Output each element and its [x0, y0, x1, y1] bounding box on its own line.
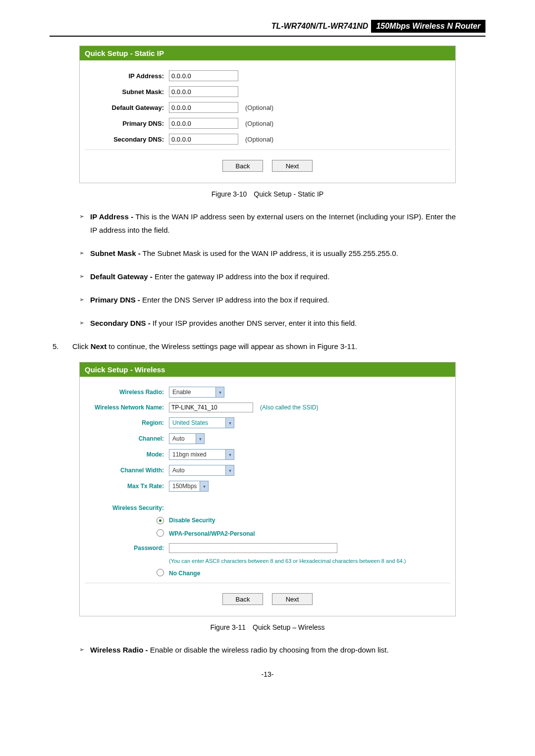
field-label: Region: [85, 419, 169, 426]
bullet-item: ➢Primary DNS - Enter the DNS Server IP a… [79, 293, 456, 306]
wireless-panel: Quick Setup - Wireless Wireless Radio: E… [79, 362, 456, 616]
field-row: Default Gateway: (Optional) [85, 102, 450, 113]
field-label: Primary DNS: [85, 120, 169, 127]
chevron-right-icon: ➢ [79, 293, 90, 306]
bullet-text: Primary DNS - Enter the DNS Server IP ad… [90, 293, 456, 306]
panel-separator [85, 583, 450, 583]
radio-wpa[interactable] [157, 529, 164, 537]
primary-dns-input[interactable] [169, 118, 238, 129]
chevron-down-icon: ▾ [225, 450, 234, 459]
next-button[interactable]: Next [272, 160, 313, 172]
figure-caption: Figure 3-10 Quick Setup - Static IP [50, 190, 485, 198]
field-row: Wireless Radio: Enable▾ [85, 387, 450, 398]
subnet-mask-input[interactable] [169, 86, 238, 97]
field-row: Mode: 11bgn mixed▾ [85, 449, 450, 460]
field-note: (Optional) [245, 120, 273, 127]
mode-select[interactable]: 11bgn mixed▾ [169, 449, 234, 460]
field-row: IP Address: [85, 70, 450, 81]
static-ip-panel: Quick Setup - Static IP IP Address: Subn… [79, 46, 456, 183]
field-row: Password: [85, 543, 450, 553]
field-label: Wireless Security: [85, 504, 169, 511]
security-option: Disable Security [85, 516, 450, 524]
bullet-item: ➢Wireless Radio - Enable or disable the … [79, 643, 456, 656]
default-gateway-input[interactable] [169, 102, 238, 113]
security-option: WPA-Personal/WPA2-Personal [85, 529, 450, 538]
field-label: Subnet Mask: [85, 88, 169, 96]
bullet-list: ➢Wireless Radio - Enable or disable the … [50, 643, 485, 656]
field-row: Channel: Auto▾ [85, 433, 450, 444]
bullet-item: ➢Secondary DNS - If your ISP provides an… [79, 316, 456, 330]
panel-title: Quick Setup - Wireless [80, 362, 455, 377]
region-select[interactable]: United States▾ [169, 417, 234, 428]
header-rule [50, 36, 485, 37]
back-button[interactable]: Back [222, 160, 263, 172]
chevron-right-icon: ➢ [79, 643, 90, 656]
field-label: Secondary DNS: [85, 136, 169, 143]
field-row: Channel Width: Auto▾ [85, 465, 450, 476]
chevron-down-icon: ▾ [215, 387, 224, 397]
channel-width-select[interactable]: Auto▾ [169, 465, 234, 476]
field-label: Channel Width: [85, 467, 169, 474]
bullet-item: ➢Default Gateway - Enter the gateway IP … [79, 270, 456, 283]
chevron-right-icon: ➢ [79, 316, 90, 330]
chevron-down-icon: ▾ [200, 481, 208, 491]
field-label: Mode: [85, 451, 169, 458]
ssid-input[interactable] [169, 403, 253, 412]
panel-separator [85, 150, 450, 150]
password-input[interactable] [169, 543, 337, 553]
field-row: Max Tx Rate: 150Mbps▾ [85, 481, 450, 492]
page-header: TL-WR740N/TL-WR741ND 150Mbps Wireless N … [50, 20, 485, 33]
next-button[interactable]: Next [272, 593, 313, 605]
bullet-list: ➢IP Address - This is the WAN IP address… [50, 210, 485, 330]
option-label: WPA-Personal/WPA2-Personal [169, 530, 255, 537]
field-row: Region: United States▾ [85, 417, 450, 428]
chevron-down-icon: ▾ [225, 465, 234, 475]
bullet-text: IP Address - This is the WAN IP address … [90, 210, 456, 237]
security-option: No Change [85, 569, 450, 578]
chevron-right-icon: ➢ [79, 270, 90, 283]
panel-body: Wireless Radio: Enable▾ Wireless Network… [80, 377, 455, 616]
bullet-text: Subnet Mask - The Subnet Mask is used fo… [90, 247, 456, 260]
radio-no-change[interactable] [157, 569, 164, 576]
max-tx-select[interactable]: 150Mbps▾ [169, 481, 209, 492]
option-label: No Change [169, 570, 200, 577]
button-row: Back Next [85, 587, 450, 613]
bullet-text: Wireless Radio - Enable or disable the w… [90, 643, 456, 656]
model-label: TL-WR740N/TL-WR741ND [50, 22, 371, 31]
field-label: Max Tx Rate: [85, 483, 169, 490]
option-label: Disable Security [169, 517, 215, 524]
field-note: (Also called the SSID) [260, 404, 318, 411]
ip-address-input[interactable] [169, 70, 238, 81]
field-label: Password: [85, 545, 169, 552]
wireless-radio-select[interactable]: Enable▾ [169, 387, 224, 398]
bullet-text: Default Gateway - Enter the gateway IP a… [90, 270, 456, 283]
chevron-right-icon: ➢ [79, 210, 90, 237]
security-heading: Wireless Security: [85, 504, 450, 511]
product-label: 150Mbps Wireless N Router [371, 20, 485, 33]
step-number: 5. [50, 340, 72, 353]
step-text: Click Next to continue, the Wireless set… [72, 340, 485, 353]
radio-disable-security[interactable] [157, 517, 164, 524]
field-row: Secondary DNS: (Optional) [85, 134, 450, 145]
bullet-item: ➢IP Address - This is the WAN IP address… [79, 210, 456, 237]
panel-title: Quick Setup - Static IP [80, 46, 455, 60]
back-button[interactable]: Back [222, 593, 263, 605]
field-row: Primary DNS: (Optional) [85, 118, 450, 129]
secondary-dns-input[interactable] [169, 134, 238, 145]
field-label: Channel: [85, 435, 169, 442]
page-number: -13- [50, 670, 485, 678]
field-row: Subnet Mask: [85, 86, 450, 97]
channel-select[interactable]: Auto▾ [169, 433, 205, 444]
field-note: (Optional) [245, 104, 273, 111]
document-page: TL-WR740N/TL-WR741ND 150Mbps Wireless N … [0, 0, 535, 698]
button-row: Back Next [85, 154, 450, 180]
chevron-right-icon: ➢ [79, 247, 90, 260]
figure-caption: Figure 3-11 Quick Setup – Wireless [50, 623, 485, 631]
panel-body: IP Address: Subnet Mask: Default Gateway… [80, 60, 455, 183]
field-row: Wireless Network Name: (Also called the … [85, 403, 450, 412]
field-note: (Optional) [245, 136, 273, 143]
password-hint: (You can enter ASCII characters between … [169, 558, 450, 564]
chevron-down-icon: ▾ [196, 434, 204, 444]
numbered-step: 5. Click Next to continue, the Wireless … [50, 340, 485, 353]
chevron-down-icon: ▾ [225, 418, 234, 428]
